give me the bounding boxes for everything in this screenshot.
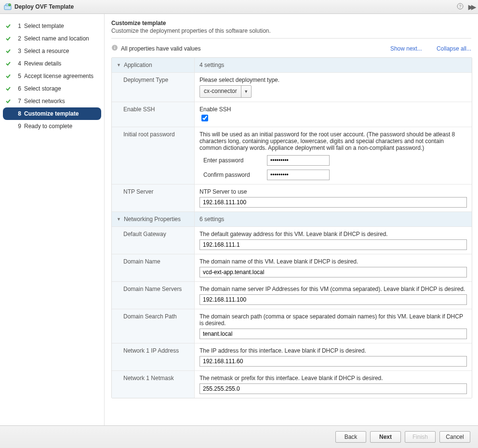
row-enable-ssh: Enable SSH Enable SSH bbox=[112, 102, 472, 127]
step-label: Review details bbox=[24, 60, 61, 67]
label-domain-name-servers: Domain Name Servers bbox=[112, 282, 195, 309]
wizard-step-9[interactable]: 9Ready to complete bbox=[0, 120, 104, 132]
ntp-server-input[interactable] bbox=[199, 197, 467, 208]
main-panel: Customize template Customize the deploym… bbox=[105, 14, 478, 425]
row-default-gateway: Default Gateway The default gateway addr… bbox=[112, 227, 472, 254]
row-ntp-server: NTP Server NTP Server to use bbox=[112, 184, 472, 212]
step-number: 7 bbox=[14, 98, 21, 105]
section-summary: 6 settings bbox=[195, 212, 472, 226]
label-deployment-type: Deployment Type bbox=[112, 73, 195, 102]
wizard-step-1[interactable]: 1Select template bbox=[0, 20, 104, 32]
label-initial-root-password: Initial root password bbox=[112, 127, 195, 184]
step-label: Ready to complete bbox=[24, 123, 72, 130]
svg-rect-6 bbox=[114, 47, 115, 49]
step-number: 2 bbox=[14, 35, 21, 42]
desc-domain-name: The domain name of this VM. Leave blank … bbox=[199, 258, 467, 265]
row-domain-name: Domain Name The domain name of this VM. … bbox=[112, 254, 472, 282]
deployment-type-dropdown[interactable]: cx-connector ▼ bbox=[199, 85, 252, 98]
row-domain-search-path: Domain Search Path The domain search pat… bbox=[112, 309, 472, 343]
step-number: 1 bbox=[14, 23, 21, 29]
label-domain-search-path: Domain Search Path bbox=[112, 309, 195, 343]
desc-domain-name-servers: The domain name server IP Addresses for … bbox=[199, 286, 467, 292]
step-label: Select a resource bbox=[24, 48, 69, 54]
label-network1-netmask: Network 1 Netmask bbox=[112, 371, 195, 398]
step-label: Select name and location bbox=[24, 35, 89, 42]
checkmark-icon bbox=[5, 85, 12, 92]
default-gateway-input[interactable] bbox=[199, 239, 467, 250]
ovf-icon bbox=[4, 3, 12, 11]
finish-button: Finish bbox=[405, 431, 436, 443]
step-label: Customize template bbox=[24, 110, 79, 117]
status-text: All properties have valid values bbox=[121, 45, 390, 52]
page-title: Customize template bbox=[111, 20, 471, 26]
row-domain-name-servers: Domain Name Servers The domain name serv… bbox=[112, 282, 472, 309]
wizard-steps: 1Select template2Select name and locatio… bbox=[0, 14, 105, 425]
wizard-step-7[interactable]: 7Select networks bbox=[0, 95, 104, 107]
enter-password-label: Enter password bbox=[199, 157, 262, 164]
window-title: Deploy OVF Template bbox=[14, 3, 452, 10]
section-summary: 4 settings bbox=[195, 58, 472, 72]
step-number: 5 bbox=[14, 73, 21, 79]
row-initial-root-password: Initial root password This will be used … bbox=[112, 127, 472, 184]
popout-icon[interactable]: ▶▶ bbox=[468, 3, 474, 11]
desc-initial-root-password: This will be used as an initial password… bbox=[199, 131, 467, 151]
show-next-link[interactable]: Show next... bbox=[390, 45, 422, 52]
row-network1-ip: Network 1 IP Address The IP address for … bbox=[112, 343, 472, 371]
titlebar: Deploy OVF Template ? ▶▶ bbox=[0, 0, 478, 14]
wizard-step-2[interactable]: 2Select name and location bbox=[0, 32, 104, 45]
row-network1-netmask: Network 1 Netmask The netmask or prefix … bbox=[112, 371, 472, 398]
help-icon[interactable]: ? bbox=[457, 3, 464, 11]
step-label: Select storage bbox=[24, 85, 61, 92]
confirm-password-label: Confirm password bbox=[199, 171, 262, 178]
step-number: 3 bbox=[14, 48, 21, 54]
section-application[interactable]: ▼Application 4 settings bbox=[112, 58, 472, 73]
enable-ssh-checkbox[interactable] bbox=[201, 115, 208, 121]
dropdown-caret-icon[interactable]: ▼ bbox=[241, 86, 251, 97]
desc-enable-ssh: Enable SSH bbox=[199, 106, 467, 113]
next-button[interactable]: Next bbox=[370, 431, 401, 443]
desc-deployment-type: Please select deployment type. bbox=[199, 77, 467, 83]
step-number: 9 bbox=[14, 123, 21, 130]
domain-name-servers-input[interactable] bbox=[199, 294, 467, 305]
desc-default-gateway: The default gateway address for this VM.… bbox=[199, 231, 467, 237]
checkmark-icon bbox=[5, 23, 12, 29]
label-default-gateway: Default Gateway bbox=[112, 227, 195, 254]
label-network1-ip: Network 1 IP Address bbox=[112, 343, 195, 370]
label-enable-ssh: Enable SSH bbox=[112, 102, 195, 127]
desc-network1-ip: The IP address for this interface. Leave… bbox=[199, 347, 467, 354]
step-label: Accept license agreements bbox=[24, 73, 93, 79]
row-deployment-type: Deployment Type Please select deployment… bbox=[112, 73, 472, 102]
label-domain-name: Domain Name bbox=[112, 254, 195, 281]
step-number: 6 bbox=[14, 85, 21, 92]
wizard-step-3[interactable]: 3Select a resource bbox=[0, 45, 104, 57]
wizard-footer: Back Next Finish Cancel bbox=[0, 425, 478, 448]
collapse-all-link[interactable]: Collapse all... bbox=[437, 45, 471, 52]
desc-ntp-server: NTP Server to use bbox=[199, 188, 467, 195]
checkmark-icon bbox=[5, 98, 12, 105]
section-networking[interactable]: ▼Networking Properties 6 settings bbox=[112, 212, 472, 227]
checkmark-icon bbox=[5, 48, 12, 54]
network1-ip-input[interactable] bbox=[199, 356, 467, 367]
info-icon bbox=[111, 44, 118, 53]
network1-netmask-input[interactable] bbox=[199, 383, 467, 394]
domain-search-path-input[interactable] bbox=[199, 329, 467, 339]
wizard-step-5[interactable]: 5Accept license agreements bbox=[0, 70, 104, 82]
step-label: Select template bbox=[24, 23, 64, 29]
section-title: Networking Properties bbox=[124, 216, 181, 223]
svg-text:?: ? bbox=[459, 4, 461, 9]
svg-rect-7 bbox=[114, 46, 115, 47]
enter-password-input[interactable] bbox=[267, 155, 330, 166]
desc-domain-search-path: The domain search path (comma or space s… bbox=[199, 313, 467, 327]
page-subtitle: Customize the deployment properties of t… bbox=[111, 27, 471, 34]
confirm-password-input[interactable] bbox=[267, 170, 330, 180]
wizard-step-4[interactable]: 4Review details bbox=[0, 57, 104, 70]
wizard-step-6[interactable]: 6Select storage bbox=[0, 82, 104, 95]
back-button[interactable]: Back bbox=[335, 431, 366, 443]
chevron-down-icon: ▼ bbox=[117, 63, 121, 67]
step-label: Select networks bbox=[24, 98, 65, 105]
domain-name-input[interactable] bbox=[199, 267, 467, 277]
desc-network1-netmask: The netmask or prefix for this interface… bbox=[199, 375, 467, 382]
step-number: 8 bbox=[14, 110, 21, 117]
wizard-step-8[interactable]: 8Customize template bbox=[3, 107, 101, 120]
cancel-button[interactable]: Cancel bbox=[439, 431, 470, 443]
